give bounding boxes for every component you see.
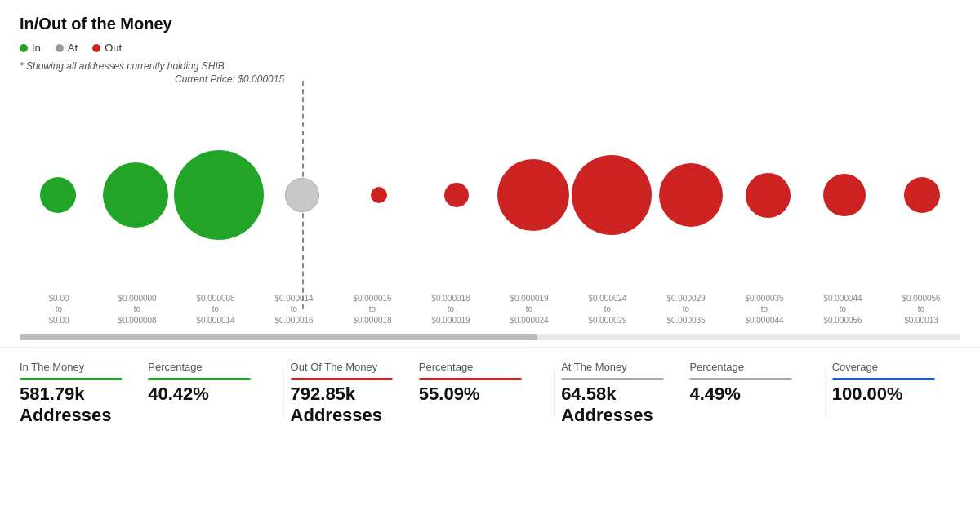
bubble-container-0 [20,130,96,260]
bubble-10[interactable] [823,174,866,216]
stat-out-pct-underline [419,378,522,380]
x-label-4: $0.000016 to $0.000018 [333,293,412,326]
stat-at-percentage: Percentage 4.49% [689,361,817,405]
bubble-3[interactable] [285,178,319,212]
stat-at-addresses: 64.58k Addresses [561,384,689,426]
stat-at-underline [561,378,664,380]
bubble-7[interactable] [572,155,652,235]
divider-3 [825,369,826,418]
bubble-0[interactable] [40,177,76,213]
stat-out-pct-label: Percentage [419,361,547,373]
stat-in-pct-label: Percentage [148,361,276,373]
stat-in-addresses: 581.79k Addresses [20,384,148,426]
x-axis: $0.00 to $0.00$0.000000 to $0.000008$0.0… [20,293,960,326]
bubble-container-1 [96,130,173,260]
stat-in-the-money: In The Money 581.79k Addresses [20,361,148,426]
legend: In At Out [20,42,960,54]
bubble-2[interactable] [174,150,264,240]
x-label-0: $0.00 to $0.00 [20,293,98,326]
x-label-10: $0.000044 to $0.000056 [804,293,882,326]
bubble-container-6 [495,130,572,260]
x-label-3: $0.000014 to $0.000016 [255,293,333,326]
bubble-container-5 [418,130,495,260]
bubble-container-9 [729,130,806,260]
stat-out-percentage: Percentage 55.09% [419,361,547,405]
stat-out-label: Out Of The Money [291,361,419,373]
stat-coverage-underline [832,378,935,380]
stat-in-label: In The Money [20,361,148,373]
bubble-11[interactable] [904,177,940,213]
bottom-stats: In The Money 581.79k Addresses Percentag… [0,347,980,426]
divider-2 [554,369,555,418]
note-text: * Showing all addresses currently holdin… [20,60,960,72]
stat-at-pct-underline [689,378,792,380]
x-label-7: $0.000024 to $0.000029 [568,293,647,326]
stat-out-addresses: 792.85k Addresses [291,384,419,426]
bubble-6[interactable] [497,159,569,231]
stat-coverage: Coverage 100.00% [832,361,960,405]
bubble-8[interactable] [659,163,723,227]
x-label-11: $0.000056 to $0.00013 [882,293,960,326]
x-label-8: $0.000029 to $0.000035 [647,293,725,326]
bubble-container-4 [341,130,417,260]
stat-at-pct-label: Percentage [689,361,817,373]
legend-at: At [56,42,78,54]
stat-in-pct-underline [148,378,251,380]
x-label-6: $0.000019 to $0.000024 [490,293,568,326]
x-label-5: $0.000018 to $0.000019 [412,293,490,326]
bubble-1[interactable] [103,162,168,228]
stat-coverage-value: 100.00% [832,384,960,405]
legend-out: Out [92,42,122,54]
legend-dot-out [92,44,100,52]
chart-area: $0.00 to $0.00$0.000000 to $0.000008$0.0… [20,89,960,334]
bubble-5[interactable] [444,183,469,207]
bubble-container-2 [174,130,264,260]
legend-label-in: In [32,42,41,54]
scrollbar-thumb[interactable] [20,334,537,340]
bubble-container-8 [652,130,728,260]
x-label-2: $0.000008 to $0.000014 [176,293,255,326]
stat-out-pct-value: 55.09% [419,384,547,405]
stat-in-underline [20,378,122,380]
bubble-container-7 [572,130,652,260]
stat-in-percentage: Percentage 40.42% [148,361,276,405]
divider-1 [283,369,284,418]
stat-out-underline [291,378,394,380]
current-price: Current Price: $0.000015 [175,73,960,85]
bubble-container-3 [264,130,341,260]
bubble-4[interactable] [371,187,387,203]
legend-dot-in [20,44,28,52]
stat-coverage-label: Coverage [832,361,960,373]
legend-label-at: At [68,42,78,54]
main-container: In/Out of the Money In At Out * Showing … [0,0,980,345]
bubbles-row [20,130,960,260]
legend-dot-at [56,44,64,52]
stat-in-pct-value: 40.42% [148,384,276,405]
stat-out-the-money: Out Of The Money 792.85k Addresses [291,361,419,426]
scrollbar[interactable] [20,334,960,340]
x-label-9: $0.000035 to $0.000044 [725,293,804,326]
bubble-9[interactable] [746,173,791,218]
stat-at-pct-value: 4.49% [689,384,817,405]
legend-label-out: Out [105,42,122,54]
legend-in: In [20,42,41,54]
stat-at-label: At The Money [561,361,689,373]
bubble-container-10 [806,130,883,260]
page-title: In/Out of the Money [20,15,960,33]
bubble-container-11 [884,130,960,260]
x-label-1: $0.000000 to $0.000008 [98,293,176,326]
stat-at-the-money: At The Money 64.58k Addresses [561,361,689,426]
